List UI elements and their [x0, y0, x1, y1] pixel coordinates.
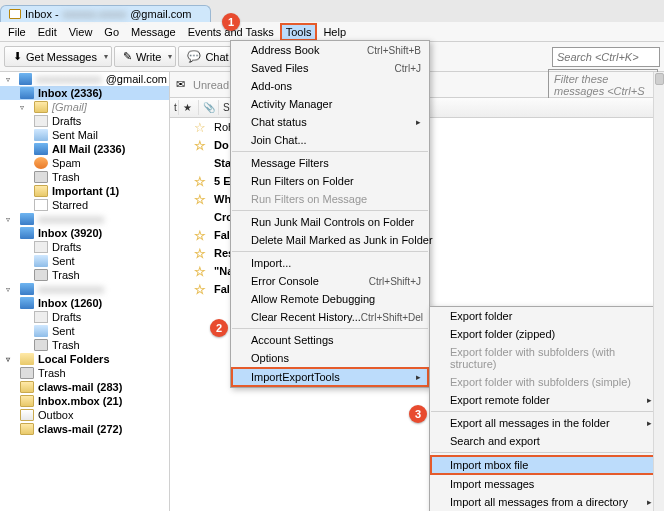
qf-filter-input[interactable]: Filter these messages <Ctrl+S [548, 69, 658, 101]
menu-edit[interactable]: Edit [32, 24, 63, 40]
folder-item[interactable]: Starred [0, 198, 169, 212]
tab-account-suffix: @gmail.com [130, 8, 191, 20]
menu-go[interactable]: Go [98, 24, 125, 40]
submenu-item[interactable]: Export all messages in the folder▸ [430, 414, 660, 432]
folder-item[interactable]: Inbox.mbox (21) [0, 394, 169, 408]
folder-item[interactable]: Inbox (3920) [0, 226, 169, 240]
menu-item[interactable]: Account Settings [231, 331, 429, 349]
folder-item[interactable]: claws-mail (272) [0, 422, 169, 436]
menu-item[interactable]: Clear Recent History...Ctrl+Shift+Del [231, 308, 429, 326]
inbox-icon [20, 297, 34, 309]
folder-item[interactable]: Drafts [0, 240, 169, 254]
folder-item[interactable]: Outbox [0, 408, 169, 422]
menu-message[interactable]: Message [125, 24, 182, 40]
menu-help[interactable]: Help [317, 24, 352, 40]
menu-view[interactable]: View [63, 24, 99, 40]
folder-label: Important (1) [52, 185, 119, 197]
col-thread[interactable]: t [170, 100, 179, 115]
submenu-item[interactable]: Import messages [430, 475, 660, 493]
folder-item[interactable]: Inbox (2336) [0, 86, 169, 100]
star-icon[interactable]: ☆ [194, 138, 214, 153]
star-icon[interactable]: ☆ [194, 192, 214, 207]
menu-item[interactable]: Run Filters on Folder [231, 172, 429, 190]
qf-toggle-icon[interactable]: ✉ [176, 78, 185, 91]
col-attach[interactable]: 📎 [199, 100, 219, 115]
tools-menu-dropdown: Address BookCtrl+Shift+BSaved FilesCtrl+… [230, 40, 430, 388]
scrollbar-thumb[interactable] [655, 73, 664, 85]
search-input[interactable] [552, 47, 660, 67]
folder-item[interactable]: Trash [0, 338, 169, 352]
menu-item[interactable]: Address BookCtrl+Shift+B [231, 41, 429, 59]
chat-button[interactable]: 💬 Chat [178, 46, 237, 67]
folder-item[interactable]: ▿[Gmail] [0, 100, 169, 114]
write-button[interactable]: ✎ Write [114, 46, 176, 67]
menu-item[interactable]: Run Junk Mail Controls on Folder [231, 213, 429, 231]
folder-item[interactable]: Trash [0, 268, 169, 282]
chat-label: Chat [205, 51, 228, 63]
account-row[interactable]: ▿xxxxxxxxxxxx [0, 212, 169, 226]
folder-item[interactable]: Trash [0, 366, 169, 380]
star-icon[interactable]: ☆ [194, 264, 214, 279]
folder-item[interactable]: All Mail (2336) [0, 142, 169, 156]
account-row[interactable]: ▿xxxxxxxxxxxx [0, 282, 169, 296]
scrollbar[interactable] [653, 72, 664, 511]
get-messages-button[interactable]: ⬇ Get Messages [4, 46, 112, 67]
folder-label: Inbox (1260) [38, 297, 102, 309]
menu-tools[interactable]: Tools [280, 23, 318, 41]
shortcut-label: Ctrl+Shift+J [369, 276, 421, 287]
folder-item[interactable]: Inbox (1260) [0, 296, 169, 310]
folder-item[interactable]: Sent Mail [0, 128, 169, 142]
folder-item[interactable]: Spam [0, 156, 169, 170]
star-icon[interactable]: ☆ [194, 174, 214, 189]
submenu-item[interactable]: Import all messages from a directory▸ [430, 493, 660, 511]
local-folders-label: Local Folders [38, 353, 110, 365]
star-icon[interactable]: ☆ [194, 228, 214, 243]
submenu-item[interactable]: Search and export [430, 432, 660, 450]
menu-item[interactable]: Add-ons [231, 77, 429, 95]
col-star[interactable]: ★ [179, 100, 199, 115]
active-tab[interactable]: Inbox - xxxxxx.xxxxx @gmail.com [0, 5, 211, 22]
folder-item[interactable]: Drafts [0, 310, 169, 324]
trash-icon [34, 339, 48, 351]
menu-separator [232, 210, 428, 211]
menu-item[interactable]: Import... [231, 254, 429, 272]
folder-label: Trash [52, 269, 80, 281]
mail-icon [20, 213, 34, 225]
star-icon[interactable]: ☆ [194, 120, 214, 135]
local-folders-row[interactable]: ▿Local Folders [0, 352, 169, 366]
folder-icon [20, 423, 34, 435]
folder-item[interactable]: Drafts [0, 114, 169, 128]
menu-item[interactable]: Options [231, 349, 429, 367]
menu-item[interactable]: Chat status▸ [231, 113, 429, 131]
folder-item[interactable]: Trash [0, 170, 169, 184]
qf-unread[interactable]: Unread [193, 79, 229, 91]
menu-item[interactable]: Activity Manager [231, 95, 429, 113]
menu-file[interactable]: File [2, 24, 32, 40]
folder-icon [20, 353, 34, 365]
folder-item[interactable]: Sent [0, 324, 169, 338]
star-icon[interactable]: ☆ [194, 282, 214, 297]
submenu-item[interactable]: Export remote folder▸ [430, 391, 660, 409]
folder-item[interactable]: Sent [0, 254, 169, 268]
menu-item[interactable]: ImportExportTools▸ [231, 367, 429, 387]
folder-label: Sent Mail [52, 129, 98, 141]
menu-item[interactable]: Delete Mail Marked as Junk in Folder [231, 231, 429, 249]
folder-icon [34, 101, 48, 113]
submenu-item[interactable]: Export folder [430, 307, 660, 325]
account-row[interactable]: ▿xxxxxxxxxxxx@gmail.com [0, 72, 169, 86]
star-icon[interactable]: ☆ [194, 246, 214, 261]
submenu-arrow-icon: ▸ [647, 395, 652, 405]
menu-item[interactable]: Join Chat... [231, 131, 429, 149]
tab-bar: Inbox - xxxxxx.xxxxx @gmail.com [0, 0, 664, 22]
menu-item-label: Address Book [251, 44, 319, 56]
folder-item[interactable]: claws-mail (283) [0, 380, 169, 394]
menu-item[interactable]: Message Filters [231, 154, 429, 172]
folder-item[interactable]: Important (1) [0, 184, 169, 198]
submenu-item[interactable]: Import mbox file [430, 455, 660, 475]
menu-item[interactable]: Allow Remote Debugging [231, 290, 429, 308]
menu-item[interactable]: Error ConsoleCtrl+Shift+J [231, 272, 429, 290]
download-icon: ⬇ [13, 50, 22, 63]
submenu-arrow-icon: ▸ [416, 372, 421, 382]
submenu-item[interactable]: Export folder (zipped) [430, 325, 660, 343]
menu-item[interactable]: Saved FilesCtrl+J [231, 59, 429, 77]
